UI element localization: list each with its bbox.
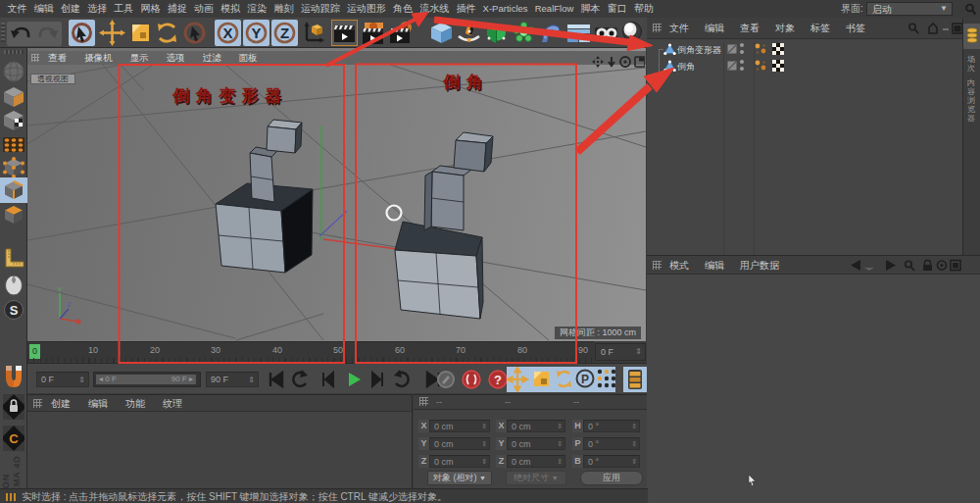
svg-text:S: S [10,303,19,318]
svg-text:X: X [222,25,232,41]
svg-text:Y: Y [57,285,63,294]
svg-text:Z: Z [67,300,72,309]
svg-text:P: P [581,373,589,386]
svg-text:Z: Z [280,25,289,41]
svg-text:Y: Y [251,25,261,41]
svg-text:?: ? [494,373,502,387]
